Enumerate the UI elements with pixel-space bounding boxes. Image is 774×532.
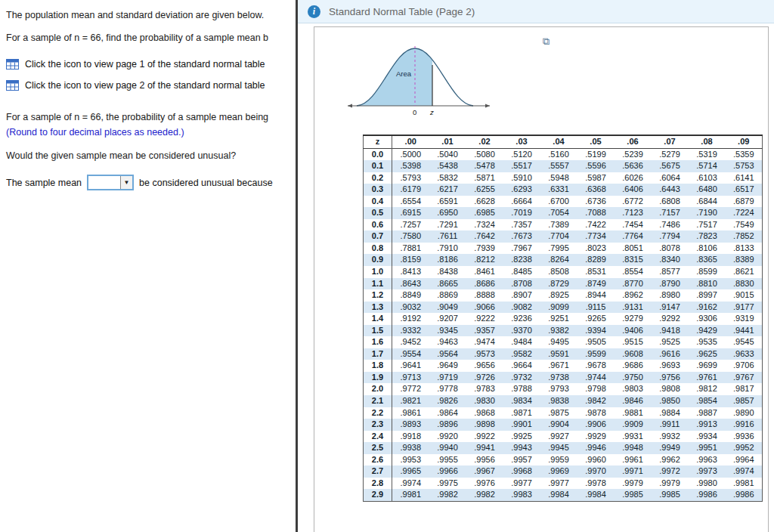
- probability-value: .9978: [577, 478, 615, 490]
- probability-value: .8830: [726, 278, 763, 290]
- screen: { "left_panel": { "line1": "The populati…: [0, 0, 774, 532]
- table-row: 2.1.9821.9826.9830.9834.9838.9842.9846.9…: [364, 395, 763, 407]
- probability-value: .9192: [392, 313, 429, 325]
- probability-value: .7967: [503, 243, 540, 255]
- z-value: 0.8: [364, 243, 392, 255]
- probability-value: .9969: [540, 466, 577, 478]
- z-value: 0.7: [364, 230, 392, 243]
- probability-value: .6293: [503, 184, 540, 196]
- probability-value: .9975: [429, 478, 466, 490]
- probability-value: .9893: [392, 419, 429, 431]
- view-table-page1-link[interactable]: Click the icon to view page 1 of the sta…: [6, 59, 265, 70]
- probability-column-header: .00: [392, 135, 429, 148]
- probability-value: .9959: [540, 454, 577, 466]
- open-in-new-window-icon[interactable]: ⧉: [543, 36, 550, 46]
- probability-value: .6844: [689, 196, 726, 208]
- probability-value: .9909: [615, 419, 652, 431]
- probability-value: .9505: [577, 336, 615, 348]
- probability-value: .9207: [429, 313, 466, 325]
- probability-value: .8264: [540, 254, 577, 266]
- z-value: 0.1: [364, 160, 392, 172]
- probability-value: .9979: [615, 478, 652, 490]
- probability-value: .9984: [540, 489, 577, 501]
- probability-value: .9830: [466, 395, 503, 407]
- probability-value: .8461: [466, 266, 503, 278]
- probability-value: .9582: [503, 348, 540, 360]
- z-value: 1.7: [364, 348, 392, 360]
- z-value: 1.6: [364, 336, 392, 348]
- probability-value: .9878: [577, 407, 615, 419]
- probability-value: .5319: [689, 148, 726, 160]
- probability-value: .7939: [466, 243, 503, 255]
- probability-value: .5596: [577, 160, 615, 172]
- probability-value: .5948: [540, 172, 577, 184]
- probability-value: .6026: [615, 172, 652, 184]
- probability-value: .8790: [652, 278, 689, 290]
- probability-value: .7454: [615, 219, 652, 231]
- table-row: 2.4.9918.9920.9922.9925.9927.9929.9931.9…: [364, 431, 763, 443]
- table-page2-icon[interactable]: [6, 80, 19, 91]
- answer-dropdown[interactable]: ▼: [87, 175, 134, 190]
- z-value: 2.1: [364, 395, 392, 407]
- probability-value: .6480: [689, 184, 726, 196]
- probability-value: .9943: [503, 442, 540, 454]
- probability-value: .6255: [466, 184, 503, 196]
- table-row: 2.2.9861.9864.9868.9871.9875.9878.9881.9…: [364, 407, 763, 419]
- probability-value: .9798: [577, 383, 615, 395]
- probability-value: .7704: [540, 230, 577, 243]
- probability-value: .6103: [689, 172, 726, 184]
- probability-value: .8238: [503, 254, 540, 266]
- probability-value: .9066: [466, 302, 503, 314]
- probability-value: .9968: [503, 466, 540, 478]
- probability-value: .7088: [577, 207, 615, 219]
- probability-value: .9932: [652, 431, 689, 443]
- probability-value: .9599: [577, 348, 615, 360]
- probability-statement: For a sample of n = 66, the probability …: [6, 112, 268, 122]
- probability-value: .9981: [726, 478, 763, 490]
- probability-value: .9554: [392, 348, 429, 360]
- probability-value: .9940: [429, 442, 466, 454]
- probability-column-header: .01: [429, 135, 466, 148]
- table-row: 2.6.9953.9955.9956.9957.9959.9960.9961.9…: [364, 454, 763, 466]
- view-table-page2-link[interactable]: Click the icon to view page 2 of the sta…: [6, 80, 265, 91]
- probability-value: .8621: [726, 266, 763, 278]
- probability-value: .5160: [540, 148, 577, 160]
- probability-value: .8980: [652, 289, 689, 302]
- dropdown-value[interactable]: [88, 176, 120, 189]
- z-value: 1.9: [364, 372, 392, 384]
- z-value: 1.2: [364, 289, 392, 302]
- table-page1-icon[interactable]: [6, 59, 19, 70]
- probability-value: .9922: [466, 431, 503, 443]
- probability-value: .9966: [429, 466, 466, 478]
- table-row: 0.7.7580.7611.7642.7673.7704.7734.7764.7…: [364, 230, 763, 243]
- area-label: Area: [396, 70, 412, 78]
- probability-value: .8577: [652, 266, 689, 278]
- z-value: 2.2: [364, 407, 392, 419]
- probability-value: .8106: [689, 243, 726, 255]
- z-value: 1.8: [364, 360, 392, 372]
- probability-value: .9984: [577, 489, 615, 501]
- probability-value: .9099: [540, 302, 577, 314]
- probability-value: .8078: [652, 243, 689, 255]
- probability-column-header: .06: [615, 135, 652, 148]
- probability-value: .5000: [392, 148, 429, 160]
- probability-value: .7823: [689, 230, 726, 243]
- probability-value: .8186: [429, 254, 466, 266]
- probability-value: .5871: [466, 172, 503, 184]
- probability-value: .9821: [392, 395, 429, 407]
- probability-value: .9938: [392, 442, 429, 454]
- probability-value: .5987: [577, 172, 615, 184]
- probability-value: .9861: [392, 407, 429, 419]
- table-row: 0.6.7257.7291.7324.7357.7389.7422.7454.7…: [364, 219, 763, 231]
- probability-value: .6406: [615, 184, 652, 196]
- probability-value: .9979: [652, 478, 689, 490]
- z-table-body: 0.0.5000.5040.5080.5120.5160.5199.5239.5…: [364, 148, 763, 501]
- probability-value: .9901: [503, 419, 540, 431]
- z-value: 1.1: [364, 278, 392, 290]
- probability-value: .8315: [615, 254, 652, 266]
- dropdown-arrow-icon[interactable]: ▼: [120, 176, 132, 189]
- probability-value: .8599: [689, 266, 726, 278]
- probability-value: .6368: [577, 184, 615, 196]
- probability-value: .9929: [577, 431, 615, 443]
- answer-suffix: be considered unusual because: [139, 178, 273, 188]
